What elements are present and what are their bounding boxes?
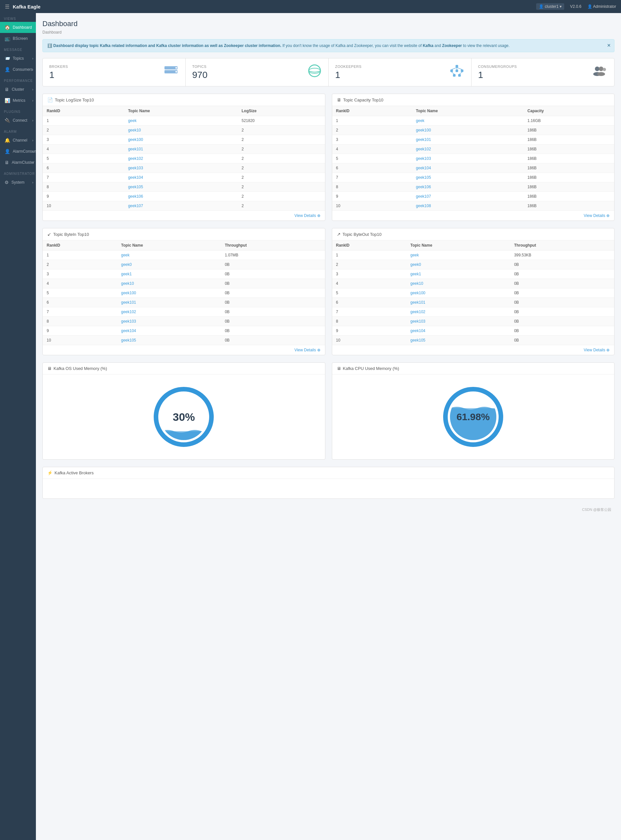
zookeeper-link[interactable]: Zookeeper (442, 43, 462, 48)
rank-cell: 8 (332, 317, 407, 326)
topic-cell[interactable]: geek101 (412, 135, 524, 145)
topic-cell[interactable]: geek104 (117, 326, 221, 336)
table-row: 1geek1.07MB (43, 251, 325, 260)
topic-cell[interactable]: geek100 (124, 135, 238, 145)
consumergroups-info: CONSUMERGROUPS 1 (478, 65, 517, 80)
topic-cell[interactable]: geek101 (124, 145, 238, 154)
topic-cell[interactable]: geek105 (117, 336, 221, 345)
value-cell: 186B (523, 182, 614, 192)
topic-cell[interactable]: geek101 (406, 298, 510, 307)
sidebar-item-consumers[interactable]: 👤 Consumers › (0, 64, 36, 75)
svg-line-15 (451, 72, 454, 74)
alarmconsumer-arrow: › (32, 150, 33, 153)
capacity-view-details[interactable]: View Details ⊕ (332, 211, 615, 221)
svg-rect-11 (458, 74, 461, 77)
topic-cell[interactable]: geek1 (117, 269, 221, 279)
topic-cell[interactable]: geek104 (124, 173, 238, 182)
byteout-view-details-link[interactable]: View Details ⊕ (584, 348, 610, 352)
topic-cell[interactable]: geek105 (406, 336, 510, 345)
topic-cell[interactable]: geek100 (117, 289, 221, 298)
views-section-label: VIEWS (0, 13, 36, 22)
banner-close-button[interactable]: ✕ (607, 42, 611, 49)
topic-cell[interactable]: geek103 (124, 163, 238, 173)
sidebar-item-metrics[interactable]: 📊 Metrics › (0, 95, 36, 106)
sidebar-item-alarmcluster[interactable]: 🖥 AlarmCluster › (0, 157, 36, 168)
menu-icon[interactable]: ☰ (5, 4, 9, 10)
rank-cell: 5 (43, 289, 117, 298)
capacity-view-details-link[interactable]: View Details ⊕ (584, 213, 610, 218)
topic-cell[interactable]: geek100 (412, 125, 524, 135)
value-cell: 0B (510, 307, 614, 317)
sidebar-item-connect[interactable]: 🔌 Connect › (0, 115, 36, 126)
logsize-view-details[interactable]: View Details ⊕ (43, 211, 325, 221)
topic-cell[interactable]: geek0 (117, 260, 221, 269)
bytein-view-details[interactable]: View Details ⊕ (43, 345, 325, 355)
topic-cell[interactable]: geek (124, 116, 238, 125)
topic-cell[interactable]: geek102 (406, 307, 510, 317)
table-row: 7geek1020B (332, 307, 615, 317)
topic-cell[interactable]: geek (412, 116, 524, 125)
tables-row-2: ↙ Topic ByteIn Top10 RankID Topic Name T… (42, 228, 615, 355)
topic-cell[interactable]: geek1 (406, 269, 510, 279)
sidebar-item-cluster[interactable]: 🖥 Cluster › (0, 84, 36, 95)
dashboard-icon: 🏠 (5, 25, 10, 30)
topic-cell[interactable]: geek105 (412, 173, 524, 182)
svg-point-17 (595, 66, 600, 71)
value-cell: 186B (523, 154, 614, 163)
topic-cell[interactable]: geek107 (124, 201, 238, 211)
byteout-view-details[interactable]: View Details ⊕ (332, 345, 615, 355)
logsize-panel-header: 📄 Topic LogSize Top10 (43, 94, 325, 106)
rank-cell: 5 (332, 154, 412, 163)
kafka-link[interactable]: Kafka (423, 43, 433, 48)
topic-cell[interactable]: geek102 (124, 154, 238, 163)
topic-cell[interactable]: geek102 (117, 307, 221, 317)
table-row: 8geek1052 (43, 182, 325, 192)
topic-cell[interactable]: geek10 (124, 125, 238, 135)
topics-arrow: › (32, 57, 33, 60)
page-title: Dashboard (42, 20, 615, 28)
sidebar-item-alarmconsumer[interactable]: 👤 AlarmConsumer › (0, 146, 36, 157)
topic-cell[interactable]: geek107 (412, 192, 524, 201)
cpu-memory-value: 61.98% (456, 411, 490, 422)
topic-cell[interactable]: geek106 (412, 182, 524, 192)
sidebar-item-topics[interactable]: 📨 Topics › (0, 53, 36, 64)
topic-cell[interactable]: geek106 (124, 192, 238, 201)
topic-cell[interactable]: geek100 (406, 289, 510, 298)
topic-cell[interactable]: geek104 (412, 163, 524, 173)
topic-cell[interactable]: geek (117, 251, 221, 260)
topic-cell[interactable]: geek10 (406, 279, 510, 289)
topic-cell[interactable]: geek (406, 251, 510, 260)
rank-cell: 10 (332, 336, 407, 345)
rank-cell: 1 (332, 116, 412, 125)
stat-consumergroups: CONSUMERGROUPS 1 (471, 58, 614, 86)
topic-cell[interactable]: geek10 (117, 279, 221, 289)
topic-cell[interactable]: geek103 (406, 317, 510, 326)
zookeepers-value: 1 (335, 70, 362, 80)
topic-cell[interactable]: geek105 (124, 182, 238, 192)
topic-cell[interactable]: geek101 (117, 298, 221, 307)
logsize-view-details-link[interactable]: View Details ⊕ (294, 213, 320, 218)
value-cell: 1.16GB (523, 116, 614, 125)
topic-cell[interactable]: geek108 (412, 201, 524, 211)
capacity-panel-icon: 🖥 (337, 97, 341, 103)
sidebar-item-dashboard[interactable]: 🏠 Dashboard (0, 22, 36, 33)
topic-cell[interactable]: geek103 (117, 317, 221, 326)
rank-cell: 5 (43, 154, 124, 163)
table-row: 8geek106186B (332, 182, 615, 192)
sidebar-item-system[interactable]: ⚙ System › (0, 177, 36, 188)
topic-cell[interactable]: geek104 (406, 326, 510, 336)
os-memory-title: Kafka OS Used Memory (%) (53, 366, 107, 371)
value-cell: 186B (523, 192, 614, 201)
rank-cell: 5 (332, 289, 407, 298)
topic-cell[interactable]: geek103 (412, 154, 524, 163)
logsize-table: RankID Topic Name LogSize 1geek5218202ge… (43, 106, 325, 211)
cluster-selector[interactable]: 👤 cluster1 ▾ (536, 3, 564, 10)
sidebar: VIEWS 🏠 Dashboard 📺 BScreen MESSAGE 📨 To… (0, 13, 36, 840)
rank-cell: 8 (43, 182, 124, 192)
breadcrumb: Dashboard (42, 30, 615, 35)
bytein-view-details-link[interactable]: View Details ⊕ (294, 348, 320, 352)
topic-cell[interactable]: geek0 (406, 260, 510, 269)
topic-cell[interactable]: geek102 (412, 145, 524, 154)
sidebar-item-bscreen[interactable]: 📺 BScreen (0, 33, 36, 44)
sidebar-item-channel[interactable]: 🔔 Channel › (0, 135, 36, 146)
